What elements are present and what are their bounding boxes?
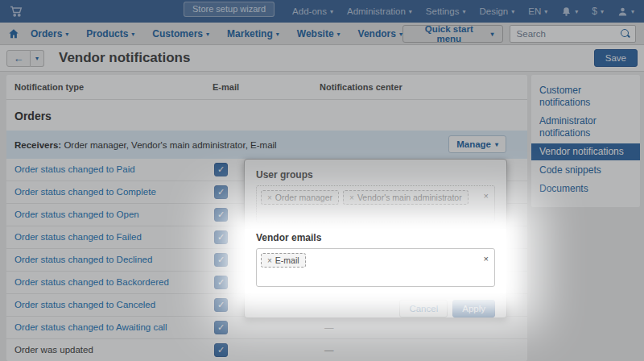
apply-button[interactable]: Apply [452, 300, 495, 317]
back-dropdown-button[interactable] [31, 50, 44, 67]
tag-label: Order manager [275, 193, 332, 202]
popup-footer: Cancel Apply [256, 300, 495, 317]
notification-type-link[interactable]: Order status changed to Backordered [14, 277, 169, 287]
tag[interactable]: Vendor's main administrator [343, 190, 469, 205]
checkmark-icon [215, 209, 227, 221]
email-checkbox[interactable] [214, 298, 228, 312]
user-groups-label: User groups [256, 169, 495, 180]
email-checkbox[interactable] [214, 321, 228, 334]
topbar-menu-item[interactable]: Design [479, 6, 514, 16]
tag[interactable]: Order manager [261, 190, 339, 205]
caret-down-icon [631, 6, 634, 16]
tag[interactable]: E-mail [261, 253, 306, 268]
nav-menu-label: Orders [31, 28, 62, 39]
nav-menu-item[interactable]: Orders [31, 28, 68, 39]
search-icon[interactable] [620, 28, 630, 39]
sidebar-item[interactable]: Customer notifications [531, 82, 640, 111]
caret-down-icon [206, 28, 209, 39]
caret-down-icon [330, 6, 333, 16]
caret-down-icon [544, 6, 547, 16]
remove-tag-icon[interactable] [267, 193, 272, 202]
topbar: Store setup wizard Add-ons Administratio… [0, 0, 644, 23]
sidebar-item[interactable]: Vendor notifications [531, 143, 640, 160]
sidebar-item[interactable]: Documents [531, 180, 640, 197]
topbar-menu-item[interactable]: Administration [347, 6, 412, 16]
nav-menu-label: Products [86, 28, 128, 39]
notification-type-link[interactable]: Order status changed to Paid [14, 164, 135, 174]
topbar-menu-label: Design [479, 6, 508, 16]
notification-type-link[interactable]: Order status changed to Failed [14, 232, 142, 242]
email-checkbox[interactable] [214, 230, 228, 244]
notification-type-link[interactable]: Order status changed to Complete [14, 187, 156, 197]
topbar-right-menus: Add-ons Administration Settings Design E… [292, 6, 634, 17]
page-header: ← Vendor notifications Save [0, 45, 644, 72]
store-setup-wizard-button[interactable]: Store setup wizard [184, 2, 275, 17]
topbar-menu-label: Add-ons [292, 6, 327, 16]
back-button[interactable]: ← [6, 50, 31, 67]
email-checkbox[interactable] [214, 208, 228, 222]
topbar-menu-item[interactable]: Add-ons [292, 6, 333, 16]
topbar-menu-label: Administration [347, 6, 406, 16]
topbar-menu-item[interactable]: Settings [426, 6, 466, 16]
admin-screen: Store setup wizard Add-ons Administratio… [0, 0, 644, 361]
nav-menu-item[interactable]: Website [297, 28, 341, 39]
notification-type-link[interactable]: Order was updated [14, 345, 93, 355]
currency-menu[interactable]: $ [592, 6, 604, 17]
vendor-emails-field[interactable]: E-mail [256, 248, 495, 287]
nav-menu-label: Vendors [358, 28, 396, 39]
topbar-menus: Add-ons Administration Settings Design E… [292, 6, 547, 16]
home-icon[interactable] [8, 28, 19, 39]
cart-icon[interactable] [10, 5, 23, 18]
remove-tag-icon[interactable] [267, 255, 272, 265]
nav-menu-item[interactable]: Vendors [358, 28, 402, 39]
clear-field-icon[interactable] [484, 254, 489, 263]
email-checkbox[interactable] [214, 253, 228, 267]
notification-type-link[interactable]: Order status changed to Canceled [14, 300, 155, 309]
manage-button[interactable]: Manage [448, 135, 506, 153]
vendor-emails-tags: E-mail [261, 253, 477, 268]
email-checkbox[interactable] [214, 276, 228, 289]
user-groups-field[interactable]: Order managerVendor's main administrator [256, 185, 495, 222]
cancel-button[interactable]: Cancel [399, 300, 448, 317]
notification-type-link[interactable]: Order status changed to Open [14, 210, 139, 219]
email-checkbox[interactable] [214, 185, 228, 199]
table-header: Notification type E-mail Notifications c… [6, 75, 527, 100]
email-checkbox[interactable] [214, 343, 228, 357]
caret-down-icon [511, 6, 514, 16]
nav-menu-item[interactable]: Customers [152, 28, 209, 39]
quick-start-menu-label: Quick start menu [411, 24, 487, 44]
sidebar-item[interactable]: Administrator notifications [531, 113, 640, 142]
back-split-button: ← [6, 50, 44, 67]
remove-tag-icon[interactable] [349, 193, 354, 202]
table-row: Order was updated — [6, 339, 527, 361]
sidebar-item[interactable]: Code snippets [531, 162, 640, 179]
nav-menu-item[interactable]: Products [86, 28, 134, 39]
caret-down-icon [131, 28, 134, 39]
checkmark-icon [215, 254, 227, 266]
notifications-menu[interactable] [561, 6, 578, 17]
checkmark-icon [215, 231, 227, 243]
user-groups-tags: Order managerVendor's main administrator [261, 190, 477, 205]
main-nav-items: Orders Products Customers Marketing Webs… [31, 28, 402, 39]
search-input[interactable] [510, 25, 636, 43]
quick-start-menu-button[interactable]: Quick start menu [402, 25, 503, 43]
manage-receivers-popup: User groups Order managerVendor's main a… [244, 159, 507, 318]
notifications-center-value: — [324, 322, 334, 332]
account-menu[interactable] [617, 6, 634, 17]
notification-type-link[interactable]: Order status changed to Declined [14, 255, 152, 264]
nav-menu-item[interactable]: Marketing [227, 28, 279, 39]
save-button[interactable]: Save [594, 49, 638, 67]
checkmark-icon [215, 276, 227, 288]
notification-type-link[interactable]: Order status changed to Awaiting call [14, 322, 167, 332]
vendor-emails-section: Vendor emails E-mail [245, 229, 506, 293]
receivers-label: Receivers: [14, 140, 61, 150]
receivers-row: Receivers: Order manager, Vendor's main … [6, 131, 527, 159]
topbar-menu-item[interactable]: EN [528, 6, 547, 16]
email-checkbox[interactable] [214, 163, 228, 176]
tag-label: E-mail [275, 255, 299, 265]
clear-field-icon[interactable] [484, 191, 489, 201]
nav-menu-label: Customers [152, 28, 203, 39]
receivers-value: Order manager, Vendor's main administrat… [61, 140, 276, 150]
table-row: Order status changed to Awaiting call — [6, 317, 527, 339]
receivers-text: Receivers: Order manager, Vendor's main … [14, 140, 277, 150]
